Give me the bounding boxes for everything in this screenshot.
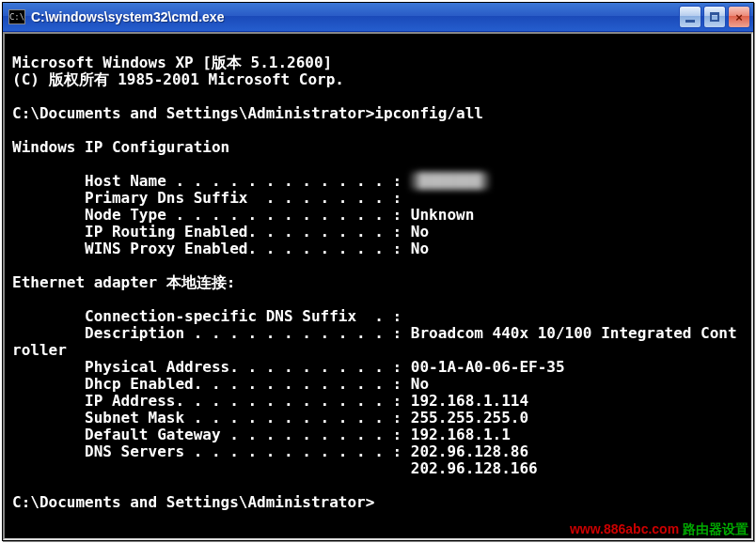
window-title: C:\windows\system32\cmd.exe [29,9,679,24]
app-icon: C:\ [8,9,25,24]
watermark-url: www.886abc.com [570,521,679,536]
output-line: Description . . . . . . . . . . . : Broa… [12,324,737,342]
output-line: Dhcp Enabled. . . . . . . . . . . : No [12,375,429,393]
output-line: IP Address. . . . . . . . . . . . : 192.… [12,392,528,410]
watermark: www.886abc.com 路由器设置 [570,522,748,535]
output-line: 202.96.128.166 [12,459,538,477]
output-line: Host Name . . . . . . . . . . . . : ████… [12,172,489,190]
window-controls: × [679,6,750,28]
section-header: Ethernet adapter 本地连接: [12,273,235,291]
output-line: roller [12,341,67,359]
terminal-frame: Microsoft Windows XP [版本 5.1.2600] (C) 版… [3,32,753,540]
minimize-button[interactable] [679,6,701,28]
output-line: Microsoft Windows XP [版本 5.1.2600] [12,54,332,71]
output-line: Physical Address. . . . . . . . . : 00-1… [12,358,565,376]
titlebar[interactable]: C:\ C:\windows\system32\cmd.exe × [3,3,753,32]
output-line: WINS Proxy Enabled. . . . . . . . : No [12,240,429,257]
output-line: Primary Dns Suffix . . . . . . . : [12,189,402,207]
cmd-window: C:\ C:\windows\system32\cmd.exe × Micros… [2,2,754,541]
output-line: Default Gateway . . . . . . . . . : 192.… [12,426,511,443]
terminal-output[interactable]: Microsoft Windows XP [版本 5.1.2600] (C) 版… [5,34,751,538]
output-line: Subnet Mask . . . . . . . . . . . : 255.… [12,409,528,427]
output-line: (C) 版权所有 1985-2001 Microsoft Corp. [12,70,344,88]
prompt-line: C:\Documents and Settings\Administrator> [12,493,374,511]
maximize-button[interactable] [703,6,726,28]
section-header: Windows IP Configuration [12,138,229,156]
field-label: Host Name . . . . . . . . . . . . : [12,172,411,190]
output-line: IP Routing Enabled. . . . . . . . : No [12,223,429,240]
prompt-path: C:\Documents and Settings\Administrator> [12,104,374,122]
prompt-line: C:\Documents and Settings\Administrator>… [12,104,483,122]
output-line: Connection-specific DNS Suffix . : [12,307,402,325]
output-line: Node Type . . . . . . . . . . . . : Unkn… [12,206,474,224]
output-line: DNS Servers . . . . . . . . . . . : 202.… [12,442,528,460]
close-button[interactable]: × [728,6,750,28]
watermark-text: 路由器设置 [679,521,748,536]
typed-command: ipconfig/all [374,104,483,122]
host-name-redacted: ███████ [411,172,489,190]
